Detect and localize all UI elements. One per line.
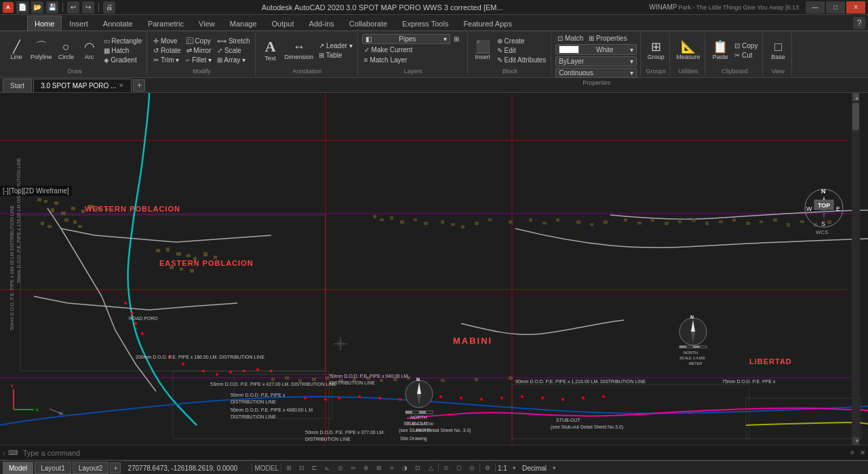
tp-btn[interactable]: ◑ [399,462,410,473]
decimal-chevron[interactable]: ▾ [549,462,559,473]
osnap-btn[interactable]: ◎ [335,462,346,473]
lineweight-dropdown[interactable]: Continuous ▾ [555,68,637,78]
hatch-btn[interactable]: ▦ Hatch [102,46,144,55]
measure-btn[interactable]: 📐 Measure [674,39,702,62]
copy-clip-btn[interactable]: ⊡ Copy [732,41,760,50]
text-btn[interactable]: A Text [260,38,281,63]
tab-home[interactable]: Home [27,16,62,31]
isolate-btn[interactable]: ⊙ [441,462,452,473]
tab-annotate[interactable]: Annotate [96,16,140,31]
layout-tab-model[interactable]: Model [3,462,33,474]
ducs-btn[interactable]: ⊕ [361,462,372,473]
canvas-area[interactable]: [-][Top][2D Wireframe] [0,93,868,445]
copy-btn[interactable]: ⿵ Copy [184,37,214,45]
otrack-btn[interactable]: ∞ [348,462,359,473]
polyline-btn[interactable]: ⌒ Polyline [28,39,54,62]
workspace-btn[interactable]: ⚙ [482,462,493,473]
redo-btn[interactable]: ↪ [82,1,94,14]
dyn-btn[interactable]: ⊞ [374,462,384,473]
sel-btn[interactable]: ⊡ [412,462,423,473]
tab-output[interactable]: Output [264,16,302,31]
command-line[interactable]: › ⌨ ≡ ✕ [0,445,868,460]
hardware-btn[interactable]: ⬡ [454,462,465,473]
open-btn[interactable]: 📂 [31,1,43,14]
svg-point-87 [182,363,184,366]
properties-btn[interactable]: ⊞ Properties [587,34,629,43]
make-current-btn[interactable]: ✓ Make Current [362,45,414,54]
new-btn[interactable]: 📄 [16,1,28,14]
grid-btn[interactable]: ⊞ [283,462,294,473]
table-btn[interactable]: ⊞ Table [317,51,355,60]
command-settings[interactable]: ≡ [850,449,854,456]
edit-block-btn[interactable]: ✎ Edit [495,46,548,55]
tab-view[interactable]: View [191,16,222,31]
tab-collaborate[interactable]: Collaborate [342,16,395,31]
view-base-btn[interactable]: □ Base [767,39,789,62]
svg-rect-21 [78,225,82,228]
close-btn[interactable]: ✕ [846,1,865,14]
snap-btn[interactable]: ⊡ [296,462,307,473]
layout-tab-2[interactable]: Layout2 [73,462,109,474]
rotate-btn[interactable]: ↺ Rotate [151,46,182,55]
array-btn[interactable]: ⊞ Array ▾ [215,56,252,64]
tab-featured[interactable]: Featured Apps [456,16,519,31]
fillet-btn[interactable]: ⌐ Fillet ▾ [184,56,214,64]
svg-rect-64 [787,223,790,226]
clean-btn[interactable]: ◎ [467,462,477,473]
save-btn[interactable]: 💾 [46,1,58,14]
match-props-btn[interactable]: ⊡ Match [555,34,585,43]
minimize-btn[interactable]: — [806,1,825,14]
layer-dropdown[interactable]: ◧ Pipes ▾ [362,34,450,44]
ortho-btn[interactable]: ⊏ [309,462,320,473]
cad-viewport[interactable]: 50mm D.O.D. P.E. PIPE x 184.00 LM DISTRI… [0,93,868,445]
color-dropdown[interactable]: White ▾ [555,44,637,55]
tab-parametric[interactable]: Parametric [140,16,191,31]
undo-btn[interactable]: ↩ [67,1,79,14]
ribbon-help[interactable]: ? [853,17,865,29]
mirror-btn[interactable]: ⇌ Mirror [184,46,214,55]
command-input[interactable] [23,449,848,457]
tab-express[interactable]: Express Tools [395,16,456,31]
svg-text:NORTH: NORTH [410,415,427,420]
paste-btn[interactable]: 📋 Paste [709,39,731,62]
move-btn[interactable]: ✛ Move [151,37,182,45]
maximize-btn[interactable]: □ [826,1,845,14]
lw-btn[interactable]: ≡ [387,462,397,473]
doc-tab-start[interactable]: Start [3,79,32,92]
close-tab-icon[interactable]: ✕ [119,82,124,89]
line-icon: ╱ [13,41,20,53]
command-close[interactable]: ✕ [860,449,865,456]
leader-btn[interactable]: ↗ Leader ▾ [317,41,355,50]
create-block-btn[interactable]: ⊕ Create [495,37,548,45]
dimension-btn[interactable]: ↔ Dimension [283,39,316,62]
rect-btn[interactable]: ▭ Rectangle [102,37,144,45]
circle-btn[interactable]: ○ Circle [56,39,77,62]
trim-btn[interactable]: ✂ Trim ▾ [151,56,182,64]
doc-tab-main[interactable]: 3.0 SPOT MAP PORO ... ✕ [33,79,132,92]
units-btn[interactable]: ▾ [509,462,520,473]
tab-insert[interactable]: Insert [62,16,96,31]
linetype-dropdown[interactable]: ByLayer ▾ [555,56,637,66]
scale-btn[interactable]: ⤢ Scale [215,46,252,55]
group-btn[interactable]: ⊞ Group [645,39,667,62]
edit-attr-btn[interactable]: ✎ Edit Attributes [495,56,548,64]
annot-btn[interactable]: △ [425,462,436,473]
tab-addins[interactable]: Add-ins [302,16,342,31]
tab-manage[interactable]: Manage [222,16,264,31]
arc-btn[interactable]: ◠ Arc [79,39,100,62]
plot-btn[interactable]: 🖨 [103,1,115,14]
insert-btn[interactable]: ⬛ Insert [472,39,494,62]
line-btn[interactable]: ╱ Line [5,39,27,62]
cut-btn[interactable]: ✂ Cut [732,51,760,60]
stretch-btn[interactable]: ⟺ Stretch [215,37,252,45]
svg-point-92 [256,368,259,371]
layout-tab-1[interactable]: Layout1 [35,462,71,474]
properties-group: ⊡ Match ⊞ Properties White ▾ ByLayer ▾ C… [553,33,641,76]
polar-btn[interactable]: ⊾ [322,462,333,473]
layer-props-btn[interactable]: ⊞ [452,35,461,43]
new-tab-btn[interactable]: + [133,79,145,92]
match-layer-btn[interactable]: ≡ Match Layer [362,56,410,64]
new-layout-btn[interactable]: + [110,462,121,473]
delete-icon[interactable]: ✕ [46,406,66,416]
gradient-btn[interactable]: ◈ Gradient [102,56,144,64]
